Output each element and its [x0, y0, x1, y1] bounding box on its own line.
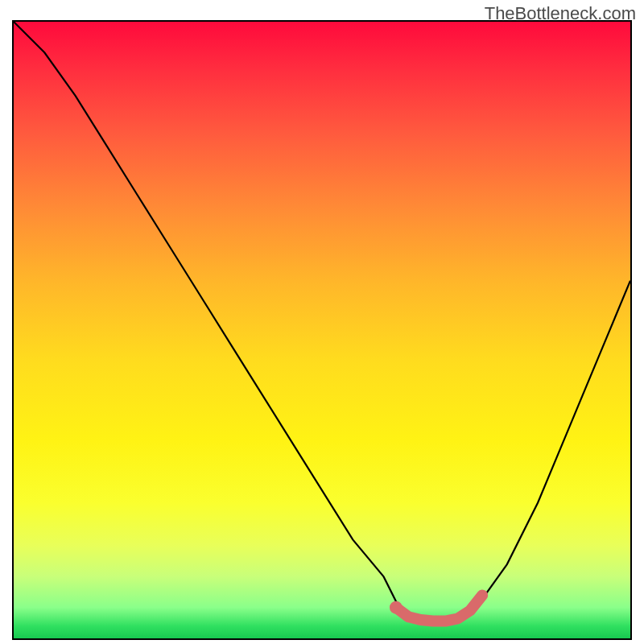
- chart-container: TheBottleneck.com: [0, 0, 644, 644]
- plot-area: [12, 20, 632, 640]
- bottleneck-curve-line: [14, 22, 630, 623]
- optimal-zone-start-dot: [390, 601, 402, 614]
- curve-overlay: [14, 22, 630, 638]
- watermark-text: TheBottleneck.com: [485, 3, 636, 24]
- optimal-zone-highlight-line: [396, 595, 482, 621]
